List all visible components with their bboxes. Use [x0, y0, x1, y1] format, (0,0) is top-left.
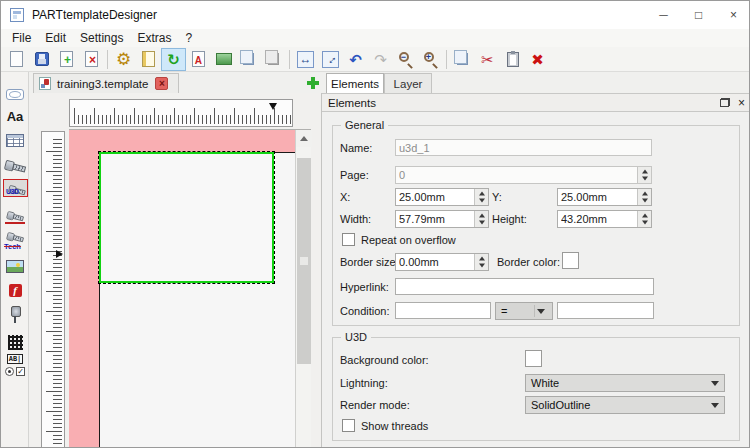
menu-help[interactable]: ?	[178, 31, 199, 45]
scroll-up-button[interactable]	[296, 130, 312, 147]
minimize-button[interactable]: ─	[646, 1, 681, 29]
chevron-down-icon	[711, 403, 719, 408]
height-label: Height:	[492, 213, 527, 225]
page-spinner[interactable]	[637, 167, 651, 183]
menu-file[interactable]: File	[5, 31, 38, 45]
table-tool[interactable]	[3, 129, 27, 151]
redo-button[interactable]: ↷	[368, 48, 393, 71]
page-input[interactable]	[396, 167, 651, 183]
settings-button[interactable]: ⚙	[111, 48, 136, 71]
tab-layer[interactable]: Layer	[384, 73, 432, 93]
add-page-button[interactable]: +	[54, 48, 79, 71]
condition-label: Condition:	[340, 305, 390, 317]
close-button[interactable]: ×	[716, 1, 750, 29]
spin-down-icon[interactable]	[638, 175, 651, 183]
spin-up-icon[interactable]	[475, 189, 488, 197]
duplicate-page-button[interactable]	[261, 48, 286, 71]
spin-down-icon[interactable]	[475, 197, 488, 205]
spin-up-icon[interactable]	[638, 189, 651, 197]
images-icon	[216, 53, 232, 65]
image-tool[interactable]	[3, 255, 27, 277]
show-threads-checkbox[interactable]	[342, 419, 355, 432]
screw-icon	[6, 230, 24, 245]
close-tab-icon[interactable]: ×	[155, 77, 168, 90]
condition-input-1[interactable]	[395, 302, 491, 319]
spin-up-icon[interactable]	[638, 167, 651, 175]
border-color-label: Border color:	[497, 256, 560, 268]
condition-operator-select[interactable]: =	[495, 302, 553, 320]
zoom-in-button[interactable]: +	[418, 48, 443, 71]
background-color-swatch[interactable]	[525, 350, 542, 367]
template-viewport[interactable]	[69, 129, 311, 448]
spin-up-icon[interactable]	[638, 211, 651, 219]
menu-settings[interactable]: Settings	[73, 31, 130, 45]
refresh-preview-button[interactable]: ↻	[161, 48, 186, 71]
hyperlink-input[interactable]	[395, 278, 654, 295]
paste-button[interactable]	[500, 48, 525, 71]
tab-elements[interactable]: Elements	[326, 73, 384, 93]
technical-view-tool[interactable]: Tech	[3, 229, 27, 251]
text-tool[interactable]: Aa	[3, 105, 27, 127]
close-panel-icon[interactable]: ×	[738, 97, 745, 109]
fit-width-button[interactable]: ↔	[293, 48, 318, 71]
spin-down-icon[interactable]	[638, 197, 651, 205]
add-template-tab-button[interactable]	[307, 77, 319, 89]
form-controls-tool[interactable]: ✓	[3, 365, 27, 377]
export-pdf-button[interactable]: A	[186, 48, 211, 71]
y-field	[557, 188, 652, 206]
scrollbar-thumb[interactable]	[297, 158, 311, 364]
float-panel-icon[interactable]	[720, 98, 730, 107]
delete-element-button[interactable]: ✖	[525, 48, 550, 71]
selected-u3d-element[interactable]	[99, 152, 274, 283]
fit-page-button[interactable]: ↔	[318, 48, 343, 71]
spin-down-icon[interactable]	[475, 219, 488, 227]
spin-up-icon[interactable]	[475, 211, 488, 219]
undo-button[interactable]: ↶	[343, 48, 368, 71]
app-window: PARTtemplateDesigner ─ □ × File Edit Set…	[0, 0, 750, 448]
2d-view-tool[interactable]	[3, 155, 27, 177]
border-color-swatch[interactable]	[562, 252, 579, 269]
toolbar-separator	[107, 50, 108, 69]
border-size-spinner[interactable]	[474, 254, 488, 270]
maximize-button[interactable]: □	[681, 1, 716, 29]
qrcode-icon	[8, 335, 23, 350]
save-button[interactable]	[29, 48, 54, 71]
new-template-button[interactable]	[4, 48, 29, 71]
flash-tool[interactable]: f	[3, 279, 27, 301]
delete-page-button[interactable]: ×	[79, 48, 104, 71]
spin-down-icon[interactable]	[638, 219, 651, 227]
height-spinner[interactable]	[637, 211, 651, 227]
toolbar-separator	[446, 50, 447, 69]
lightning-label: Lightning:	[340, 377, 388, 389]
qrcode-tool[interactable]	[3, 331, 27, 353]
dimensioning-tool[interactable]	[3, 205, 27, 227]
ellipse-tool[interactable]	[3, 83, 27, 105]
lightning-value: White	[531, 377, 559, 389]
menu-edit[interactable]: Edit	[38, 31, 73, 45]
repeat-on-overflow-checkbox[interactable]	[342, 233, 355, 246]
pin-tool[interactable]	[3, 303, 27, 325]
cut-button[interactable]: ✂	[475, 48, 500, 71]
zoom-out-button[interactable]: −	[393, 48, 418, 71]
u3d-tool-selected[interactable]: U3D	[3, 179, 28, 197]
y-spinner[interactable]	[637, 189, 651, 205]
vertical-scrollbar[interactable]	[295, 130, 311, 448]
spin-down-icon[interactable]	[475, 262, 488, 270]
x-spinner[interactable]	[474, 189, 488, 205]
border-size-field	[395, 253, 489, 271]
copy-button[interactable]	[450, 48, 475, 71]
name-input[interactable]	[395, 139, 652, 156]
textfield-tool[interactable]: AB|	[3, 353, 27, 365]
window-title: PARTtemplateDesigner	[32, 8, 157, 22]
template-properties-button[interactable]	[136, 48, 161, 71]
menu-extras[interactable]: Extras	[130, 31, 178, 45]
copy-page-button[interactable]	[236, 48, 261, 71]
width-spinner[interactable]	[474, 211, 488, 227]
preview-images-button[interactable]	[211, 48, 236, 71]
document-tab[interactable]: training3.template ×	[33, 73, 179, 93]
spin-up-icon[interactable]	[475, 254, 488, 262]
condition-input-2[interactable]	[557, 302, 654, 319]
panel-title: Elements	[328, 97, 376, 109]
render-mode-select[interactable]: SolidOutline	[525, 396, 725, 414]
lightning-select[interactable]: White	[525, 374, 725, 392]
